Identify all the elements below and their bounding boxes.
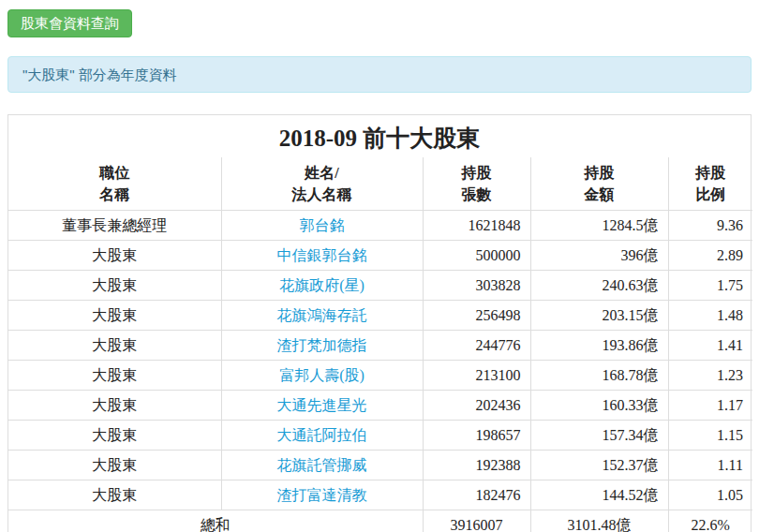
table-row: 大股東 大通先進星光 202436 160.33億 1.17 xyxy=(8,391,752,421)
amount-cell: 157.34億 xyxy=(530,421,668,451)
total-ratio-cell: 22.6% xyxy=(668,510,752,532)
col-header-amount-line2: 金額 xyxy=(535,184,664,205)
total-shares-cell: 3916007 xyxy=(423,510,530,532)
name-cell: 渣打富達清教 xyxy=(221,480,423,510)
table-title: 2018-09 前十大股東 xyxy=(8,115,751,157)
table-row: 大股東 中信銀郭台銘 500000 396億 2.89 xyxy=(8,241,752,271)
ratio-cell: 1.15 xyxy=(668,421,752,451)
position-cell: 大股東 xyxy=(8,451,221,480)
position-cell: 大股東 xyxy=(8,361,221,391)
shares-cell: 256498 xyxy=(423,301,530,331)
ratio-cell: 1.17 xyxy=(668,391,752,421)
col-header-position-line2: 名稱 xyxy=(12,184,217,205)
col-header-name-line1: 姓名/ xyxy=(226,162,419,184)
shareholder-meeting-query-button[interactable]: 股東會資料查詢 xyxy=(7,9,132,37)
amount-cell: 203.15億 xyxy=(530,301,668,331)
position-cell: 大股東 xyxy=(8,480,221,510)
col-header-shares: 持股 張數 xyxy=(423,157,530,211)
amount-cell: 168.78億 xyxy=(530,361,668,391)
shareholder-link[interactable]: 渣打梵加德指 xyxy=(277,337,367,353)
table-row: 大股東 渣打富達清教 182476 144.52億 1.05 xyxy=(8,480,752,510)
name-cell: 郭台銘 xyxy=(221,211,423,241)
name-cell: 大通託阿拉伯 xyxy=(221,421,423,451)
shares-cell: 192388 xyxy=(423,451,530,480)
ratio-cell: 9.36 xyxy=(668,211,752,241)
total-label-cell: 總和 xyxy=(8,510,423,532)
amount-cell: 1284.5億 xyxy=(530,211,668,241)
col-header-ratio: 持股 比例 xyxy=(668,157,752,211)
col-header-amount: 持股 金額 xyxy=(530,157,668,211)
ratio-cell: 1.23 xyxy=(668,361,752,391)
ratio-cell: 1.05 xyxy=(668,480,752,510)
amount-cell: 152.37億 xyxy=(530,451,668,480)
position-cell: 大股東 xyxy=(8,301,221,331)
total-amount-cell: 3101.48億 xyxy=(530,510,668,532)
shareholder-link[interactable]: 郭台銘 xyxy=(300,217,345,233)
name-cell: 花旗鴻海存託 xyxy=(221,301,423,331)
position-cell: 大股東 xyxy=(8,391,221,421)
shares-cell: 1621848 xyxy=(423,211,530,241)
table-row: 大股東 渣打梵加德指 244776 193.86億 1.41 xyxy=(8,331,752,361)
ratio-cell: 1.41 xyxy=(668,331,752,361)
name-cell: 花旗託管挪威 xyxy=(221,451,423,480)
col-header-position-line1: 職位 xyxy=(12,162,217,184)
ratio-cell: 1.75 xyxy=(668,271,752,301)
amount-cell: 240.63億 xyxy=(530,271,668,301)
shareholder-link[interactable]: 中信銀郭台銘 xyxy=(277,247,367,263)
shares-cell: 500000 xyxy=(423,241,530,271)
shareholder-link[interactable]: 花旗託管挪威 xyxy=(277,457,367,473)
shares-cell: 303828 xyxy=(423,271,530,301)
position-cell: 大股東 xyxy=(8,271,221,301)
name-cell: 中信銀郭台銘 xyxy=(221,241,423,271)
annual-data-notice: "大股東" 部分為年度資料 xyxy=(7,56,752,93)
col-header-amount-line1: 持股 xyxy=(535,162,664,184)
shareholder-link[interactable]: 富邦人壽(股) xyxy=(279,367,365,383)
position-cell: 大股東 xyxy=(8,331,221,361)
shareholder-link[interactable]: 大通先進星光 xyxy=(277,397,367,413)
col-header-position: 職位 名稱 xyxy=(8,157,221,211)
header-row: 職位 名稱 姓名/ 法人名稱 持股 張數 持股 金額 持股 比例 xyxy=(8,157,752,211)
col-header-ratio-line1: 持股 xyxy=(673,162,750,184)
table-row: 董事長兼總經理 郭台銘 1621848 1284.5億 9.36 xyxy=(8,211,752,241)
table-row: 大股東 花旗政府(星) 303828 240.63億 1.75 xyxy=(8,271,752,301)
name-cell: 花旗政府(星) xyxy=(221,271,423,301)
col-header-name: 姓名/ 法人名稱 xyxy=(221,157,423,211)
shares-cell: 182476 xyxy=(423,480,530,510)
shareholder-link[interactable]: 渣打富達清教 xyxy=(277,487,367,503)
amount-cell: 160.33億 xyxy=(530,391,668,421)
table-row: 大股東 花旗鴻海存託 256498 203.15億 1.48 xyxy=(8,301,752,331)
name-cell: 渣打梵加德指 xyxy=(221,331,423,361)
table-row: 大股東 大通託阿拉伯 198657 157.34億 1.15 xyxy=(8,421,752,451)
shares-cell: 244776 xyxy=(423,331,530,361)
amount-cell: 396億 xyxy=(530,241,668,271)
ratio-cell: 2.89 xyxy=(668,241,752,271)
name-cell: 大通先進星光 xyxy=(221,391,423,421)
position-cell: 大股東 xyxy=(8,421,221,451)
top-shareholders-panel: 2018-09 前十大股東 職位 名稱 姓名/ 法人名稱 持股 張數 xyxy=(7,114,752,532)
ratio-cell: 1.11 xyxy=(668,451,752,480)
ratio-cell: 1.48 xyxy=(668,301,752,331)
table-row: 大股東 富邦人壽(股) 213100 168.78億 1.23 xyxy=(8,361,752,391)
table-row: 大股東 花旗託管挪威 192388 152.37億 1.11 xyxy=(8,451,752,480)
shareholder-link[interactable]: 花旗鴻海存託 xyxy=(277,307,367,323)
shares-cell: 202436 xyxy=(423,391,530,421)
shareholder-link[interactable]: 大通託阿拉伯 xyxy=(277,427,367,443)
amount-cell: 193.86億 xyxy=(530,331,668,361)
shareholder-link[interactable]: 花旗政府(星) xyxy=(279,277,365,293)
amount-cell: 144.52億 xyxy=(530,480,668,510)
shareholders-table: 職位 名稱 姓名/ 法人名稱 持股 張數 持股 金額 持股 比例 xyxy=(8,157,752,532)
col-header-shares-line2: 張數 xyxy=(427,184,527,205)
shares-cell: 213100 xyxy=(423,361,530,391)
shares-cell: 198657 xyxy=(423,421,530,451)
col-header-ratio-line2: 比例 xyxy=(673,184,750,205)
position-cell: 大股東 xyxy=(8,241,221,271)
position-cell: 董事長兼總經理 xyxy=(8,211,221,241)
name-cell: 富邦人壽(股) xyxy=(221,361,423,391)
total-row: 總和 3916007 3101.48億 22.6% xyxy=(8,510,752,532)
col-header-shares-line1: 持股 xyxy=(427,162,527,184)
col-header-name-line2: 法人名稱 xyxy=(226,184,419,205)
